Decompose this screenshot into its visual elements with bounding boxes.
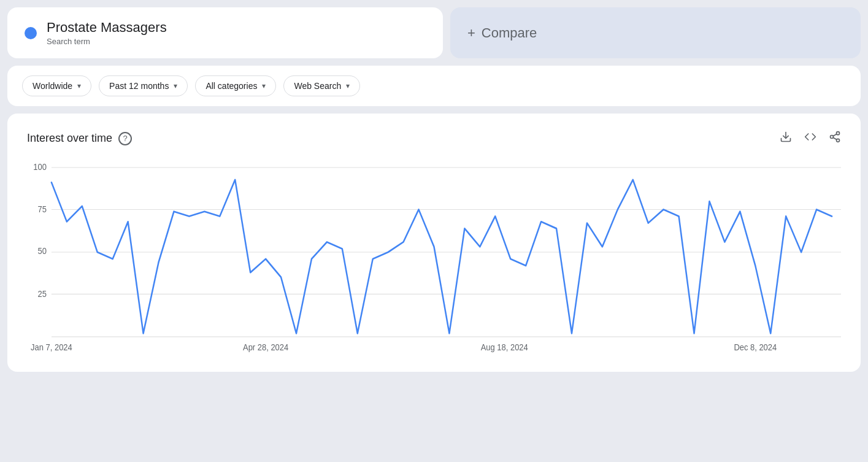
location-chevron-icon: ▾ (77, 82, 81, 90)
help-icon[interactable]: ? (118, 132, 132, 145)
chart-title: Interest over time (27, 132, 112, 145)
time-chevron-icon: ▾ (174, 82, 177, 90)
search-type-filter-label: Web Search (294, 81, 341, 91)
svg-text:50: 50 (38, 247, 47, 256)
category-filter-label: All categories (205, 81, 257, 91)
search-type-filter[interactable]: Web Search ▾ (283, 75, 360, 96)
svg-text:Jan 7, 2024: Jan 7, 2024 (31, 342, 72, 352)
chart-container: 100 75 50 25 Jan 7, 2024 Apr 28, 2024 Au… (27, 161, 841, 357)
search-type-chevron-icon: ▾ (346, 82, 350, 90)
svg-text:25: 25 (38, 289, 47, 299)
time-filter-label: Past 12 months (109, 81, 169, 91)
svg-line-4 (833, 137, 837, 139)
share-icon[interactable] (829, 131, 841, 146)
search-term-card: Prostate Massagers Search term (7, 7, 443, 58)
svg-text:Apr 28, 2024: Apr 28, 2024 (243, 342, 289, 352)
chart-title-row: Interest over time ? (27, 132, 132, 145)
line-chart: 100 75 50 25 Jan 7, 2024 Apr 28, 2024 Au… (27, 161, 841, 357)
category-filter[interactable]: All categories ▾ (195, 75, 276, 96)
help-icon-label: ? (123, 134, 127, 143)
search-term-subtitle: Search term (47, 37, 167, 46)
location-filter-label: Worldwide (33, 81, 72, 91)
svg-text:Dec 8, 2024: Dec 8, 2024 (734, 342, 777, 352)
svg-text:100: 100 (33, 163, 47, 172)
svg-line-5 (833, 134, 837, 136)
location-filter[interactable]: Worldwide ▾ (22, 75, 91, 96)
category-chevron-icon: ▾ (262, 82, 266, 90)
plus-icon: + (467, 25, 475, 41)
svg-text:75: 75 (38, 204, 47, 214)
embed-icon[interactable] (804, 131, 816, 146)
search-term-dot (25, 27, 37, 39)
filters-card: Worldwide ▾ Past 12 months ▾ All categor… (7, 66, 861, 106)
download-icon[interactable] (780, 131, 792, 146)
search-term-text: Prostate Massagers Search term (47, 20, 167, 46)
compare-label: Compare (482, 25, 537, 41)
chart-header: Interest over time ? (27, 131, 841, 146)
compare-card[interactable]: + Compare (450, 7, 861, 58)
time-filter[interactable]: Past 12 months ▾ (99, 75, 188, 96)
svg-text:Aug 18, 2024: Aug 18, 2024 (481, 342, 528, 352)
chart-card: Interest over time ? (7, 114, 861, 372)
search-term-title: Prostate Massagers (47, 20, 167, 36)
chart-actions (780, 131, 841, 146)
